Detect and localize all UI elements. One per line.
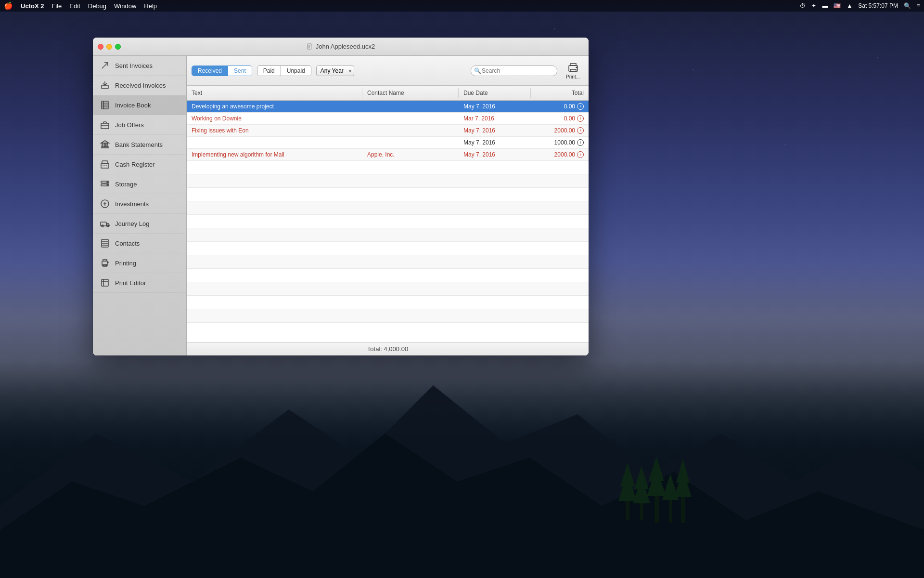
table-row[interactable]: Fixing issues with Eon May 7, 2016 2000.… — [187, 125, 589, 137]
sidebar-item-label: Bank Statements — [115, 141, 163, 148]
file-icon — [307, 43, 313, 50]
cell-total: 0.00 — [531, 101, 589, 112]
table-row[interactable]: Working on Downie Mar 7, 2016 0.00 — [187, 113, 589, 125]
year-select[interactable]: Any Year 2016 2015 2014 — [316, 66, 354, 76]
help-menu[interactable]: Help — [144, 2, 157, 10]
sidebar-item-contacts[interactable]: Contacts — [93, 234, 186, 253]
sidebar-item-investments[interactable]: Investments — [93, 194, 186, 214]
received-sent-control: Received Sent — [192, 66, 252, 76]
sidebar-item-label: Sent Invoices — [115, 62, 153, 69]
table-row-empty — [187, 228, 589, 242]
cell-due-date: May 7, 2016 — [459, 101, 531, 112]
toolbar: Received Sent Paid Unpaid Any Year 2016 … — [187, 56, 589, 86]
sidebar-item-bank-statements[interactable]: Bank Statements — [93, 135, 186, 155]
sidebar-item-cash-register[interactable]: Cash Register — [93, 155, 186, 174]
svg-line-20 — [102, 63, 108, 68]
svg-point-43 — [107, 182, 108, 183]
col-header-due-date: Due Date — [459, 88, 531, 98]
svg-point-65 — [576, 67, 577, 68]
sidebar-item-received-invoices[interactable]: Received Invoices — [93, 76, 186, 95]
sidebar: Sent Invoices Received Invoices — [93, 56, 187, 355]
bluetooth-icon: ✦ — [811, 2, 816, 9]
cell-contact — [362, 116, 459, 121]
empty-area — [187, 161, 589, 323]
table-row[interactable]: May 7, 2016 1000.00 — [187, 137, 589, 149]
disclosure-arrow[interactable] — [577, 115, 584, 122]
search-input[interactable] — [471, 66, 557, 76]
sidebar-item-label: Contacts — [115, 240, 140, 247]
file-menu[interactable]: File — [51, 2, 62, 10]
search-wrapper: 🔍 — [471, 66, 557, 76]
paid-unpaid-control: Paid Unpaid — [257, 66, 311, 76]
print-button[interactable]: Print... — [562, 60, 584, 81]
sidebar-item-label: Investments — [115, 200, 149, 208]
table-row[interactable]: Developing an awesome project May 7, 201… — [187, 101, 589, 113]
svg-point-44 — [107, 184, 108, 185]
window-body: Sent Invoices Received Invoices — [93, 56, 589, 355]
sidebar-item-print-editor[interactable]: Print Editor — [93, 273, 186, 293]
disclosure-arrow[interactable] — [577, 127, 584, 134]
cell-due-date: May 7, 2016 — [459, 149, 531, 160]
unpaid-button[interactable]: Unpaid — [281, 66, 311, 76]
svg-rect-37 — [102, 161, 108, 163]
maximize-button[interactable] — [115, 44, 121, 50]
table-row-empty — [187, 215, 589, 228]
col-header-text: Text — [187, 88, 362, 98]
battery-icon: ▬ — [822, 2, 828, 9]
received-button[interactable]: Received — [192, 66, 228, 76]
table-footer: Total: 4,000.00 — [187, 342, 589, 355]
sidebar-item-label: Print Editor — [115, 279, 146, 287]
debug-menu[interactable]: Debug — [88, 2, 106, 10]
table-row-empty — [187, 161, 589, 174]
svg-rect-31 — [102, 143, 103, 147]
disclosure-arrow[interactable] — [577, 139, 584, 146]
table-row-empty — [187, 201, 589, 215]
year-filter-wrapper: Any Year 2016 2015 2014 — [316, 66, 354, 76]
print-button-label: Print... — [566, 74, 580, 79]
cell-total: 2000.00 — [531, 149, 589, 160]
edit-menu[interactable]: Edit — [69, 2, 80, 10]
table-row[interactable]: Implementing new algorithm for Mail Appl… — [187, 149, 589, 161]
search-icon: 🔍 — [474, 67, 481, 74]
minimize-button[interactable] — [106, 44, 112, 50]
window-menu[interactable]: Window — [114, 2, 136, 10]
cell-text — [187, 140, 362, 145]
spotlight-icon[interactable]: 🔍 — [904, 2, 911, 9]
table-row-empty — [187, 309, 589, 323]
briefcase-icon — [100, 119, 110, 130]
sidebar-item-invoice-book[interactable]: Invoice Book — [93, 95, 186, 115]
table-row-empty — [187, 269, 589, 282]
cell-contact — [362, 104, 459, 109]
send-icon — [100, 60, 110, 71]
paid-button[interactable]: Paid — [257, 66, 281, 76]
traffic-lights — [98, 44, 121, 50]
sidebar-item-printing[interactable]: Printing — [93, 253, 186, 273]
svg-rect-32 — [104, 143, 105, 147]
printer-icon — [566, 62, 580, 73]
inbox-icon — [100, 80, 110, 91]
sidebar-item-storage[interactable]: Storage — [93, 174, 186, 194]
disclosure-arrow[interactable] — [577, 103, 584, 110]
svg-rect-36 — [101, 163, 109, 168]
app-name-menu[interactable]: UctoX 2 — [21, 2, 44, 10]
table-row-empty — [187, 242, 589, 255]
cell-total: 1000.00 — [531, 137, 589, 148]
mountain-silhouette — [0, 337, 924, 578]
cell-total: 0.00 — [531, 113, 589, 124]
table-row-empty — [187, 282, 589, 296]
apple-menu[interactable]: 🍎 — [4, 1, 13, 10]
notification-icon[interactable]: ≡ — [917, 2, 920, 9]
sidebar-item-journey-log[interactable]: Journey Log — [93, 214, 186, 234]
menubar: 🍎 UctoX 2 File Edit Debug Window Help ⏱ … — [0, 0, 924, 12]
col-header-contact: Contact Name — [362, 88, 459, 98]
sidebar-item-sent-invoices[interactable]: Sent Invoices — [93, 56, 186, 76]
sidebar-item-job-offers[interactable]: Job Offers — [93, 115, 186, 135]
cell-total: 2000.00 — [531, 125, 589, 136]
sent-button[interactable]: Sent — [228, 66, 252, 76]
disclosure-arrow[interactable] — [577, 151, 584, 158]
cell-contact — [362, 140, 459, 145]
cell-due-date: May 7, 2016 — [459, 137, 531, 148]
cell-contact: Apple, Inc. — [362, 149, 459, 160]
close-button[interactable] — [98, 44, 103, 50]
sidebar-item-label: Invoice Book — [115, 102, 151, 109]
